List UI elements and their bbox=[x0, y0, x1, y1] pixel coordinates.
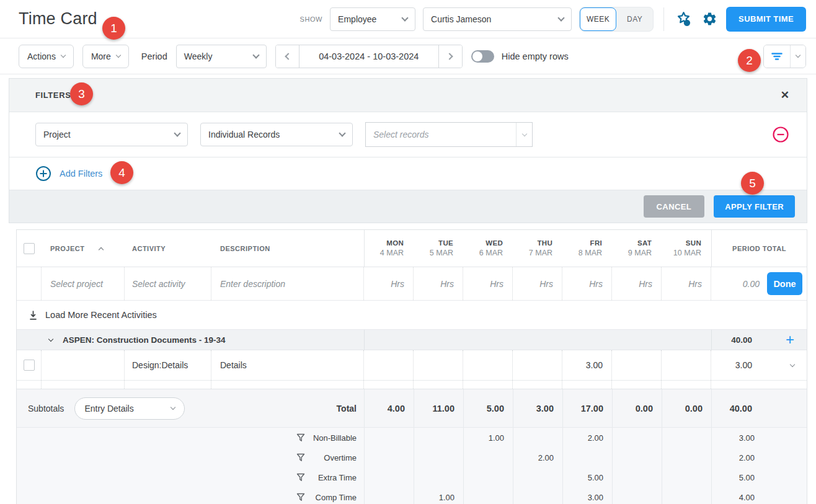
group-toggle[interactable]: ASPEN: Construction Documents - 19-34 bbox=[17, 335, 364, 345]
more-button[interactable]: More bbox=[82, 45, 129, 68]
hours-input-tue[interactable]: Hrs bbox=[414, 267, 463, 300]
breakdown-cell: 3.00 bbox=[562, 487, 612, 504]
callout-badge-3: 3 bbox=[70, 82, 93, 105]
combobox-dropdown-button[interactable] bbox=[516, 123, 532, 146]
hours-input-wed[interactable]: Hrs bbox=[463, 267, 513, 300]
select-records-combobox[interactable]: Select records bbox=[365, 122, 533, 147]
filter-funnel-icon[interactable] bbox=[296, 473, 305, 484]
done-button[interactable]: Done bbox=[767, 272, 802, 295]
add-filters-link[interactable]: Add Filters bbox=[60, 169, 102, 179]
period-select[interactable]: Weekly bbox=[176, 45, 267, 68]
column-day-tue: TUE5 MAR bbox=[414, 230, 463, 267]
chevron-down-icon bbox=[171, 405, 175, 410]
column-day-sun: SUN10 MAR bbox=[662, 230, 711, 267]
hours-input-sun[interactable]: Hrs bbox=[662, 267, 711, 300]
breakdown-cell: 1.00 bbox=[463, 428, 513, 448]
chevron-down-icon bbox=[252, 51, 259, 58]
detail-hours-thu[interactable] bbox=[513, 350, 562, 380]
cancel-button[interactable]: CANCEL bbox=[644, 195, 705, 218]
plus-circle-icon[interactable] bbox=[35, 166, 51, 182]
activity-input[interactable]: Select activity bbox=[125, 267, 211, 300]
breakdown-cell bbox=[612, 487, 662, 504]
detail-hours-wed[interactable] bbox=[463, 350, 513, 380]
breakdown-label: Extra Time bbox=[318, 473, 357, 482]
breakdown-cell bbox=[364, 467, 414, 487]
chevron-down-icon bbox=[61, 53, 66, 58]
week-day-toggle: WEEK DAY bbox=[579, 7, 654, 32]
detail-hours-fri[interactable]: 3.00 bbox=[562, 350, 612, 380]
filter-field-value: Project bbox=[43, 130, 71, 139]
detail-activity[interactable]: Design:Details bbox=[125, 350, 211, 380]
breakdown-cell bbox=[513, 428, 562, 448]
show-mode-select[interactable]: Employee bbox=[330, 7, 415, 31]
filter-condition-row: Project Individual Records Select record… bbox=[9, 112, 807, 157]
hide-empty-rows-toggle[interactable] bbox=[471, 50, 494, 63]
filter-button[interactable] bbox=[764, 45, 790, 68]
filter-menu-button[interactable] bbox=[790, 45, 805, 68]
detail-hours-sun[interactable] bbox=[662, 350, 711, 380]
close-icon[interactable]: ✕ bbox=[781, 89, 789, 102]
detail-hours-mon[interactable] bbox=[364, 350, 414, 380]
project-input[interactable]: Select project bbox=[42, 267, 125, 300]
breakdown-cell bbox=[662, 467, 711, 487]
column-activity[interactable]: ACTIVITY bbox=[125, 245, 211, 252]
breakdown-label: Overtime bbox=[324, 453, 357, 462]
week-tab[interactable]: WEEK bbox=[580, 7, 616, 31]
filter-field-select[interactable]: Project bbox=[35, 123, 188, 146]
filter-funnel-icon[interactable] bbox=[296, 433, 305, 444]
breakdown-label: Comp Time bbox=[316, 493, 357, 502]
detail-total-cell: 3.00 bbox=[711, 350, 807, 380]
filter-match-select[interactable]: Individual Records bbox=[200, 123, 353, 146]
row-checkbox[interactable] bbox=[24, 360, 35, 371]
period-label: Period bbox=[141, 51, 167, 61]
column-description[interactable]: DESCRIPTION bbox=[211, 245, 364, 252]
remove-filter-button[interactable] bbox=[772, 126, 789, 143]
time-card-table: PROJECT ACTIVITY DESCRIPTION MON4 MAR TU… bbox=[16, 229, 807, 504]
filter-match-value: Individual Records bbox=[208, 130, 280, 139]
employee-select[interactable]: Curtis Jameson bbox=[423, 7, 572, 31]
breakdown-cell: 2.00 bbox=[562, 428, 612, 448]
chevron-down-icon bbox=[796, 53, 800, 58]
breakdown-row-overtime: Overtime 2.00 2.00 bbox=[17, 448, 807, 467]
next-period-button[interactable] bbox=[438, 45, 462, 68]
detail-hours-tue[interactable] bbox=[414, 350, 463, 380]
chevron-right-icon bbox=[446, 53, 453, 60]
select-records-placeholder: Select records bbox=[366, 123, 516, 146]
settings-gear-icon[interactable] bbox=[700, 10, 719, 29]
show-mode-value: Employee bbox=[338, 14, 376, 24]
subtotals-mode-select[interactable]: Entry Details bbox=[74, 397, 185, 420]
filter-funnel-icon[interactable] bbox=[296, 453, 305, 464]
breakdown-cell bbox=[662, 428, 711, 448]
chevron-down-icon bbox=[116, 53, 121, 58]
breakdown-total: 5.00 bbox=[711, 467, 807, 487]
previous-period-button[interactable] bbox=[276, 45, 299, 68]
select-all-checkbox[interactable] bbox=[24, 243, 35, 254]
day-tab[interactable]: DAY bbox=[616, 7, 653, 31]
breakdown-total: 2.00 bbox=[711, 448, 807, 467]
filter-funnel-icon[interactable] bbox=[296, 493, 305, 503]
breakdown-cell: 5.00 bbox=[562, 467, 612, 487]
hours-input-thu[interactable]: Hrs bbox=[513, 267, 562, 300]
apply-filter-button[interactable]: APPLY FILTER bbox=[714, 195, 795, 218]
detail-hours-sat[interactable] bbox=[612, 350, 662, 380]
hours-input-fri[interactable]: Hrs bbox=[562, 267, 612, 300]
callout-badge-1: 1 bbox=[102, 17, 125, 40]
breakdown-cell bbox=[562, 448, 612, 467]
hours-input-sat[interactable]: Hrs bbox=[612, 267, 662, 300]
project-group-row: ASPEN: Construction Documents - 19-34 40… bbox=[17, 330, 807, 350]
hours-input-mon[interactable]: Hrs bbox=[364, 267, 414, 300]
add-entry-icon[interactable]: + bbox=[786, 332, 794, 347]
row-checkbox-cell bbox=[17, 350, 42, 380]
date-range-button[interactable]: 04-03-2024 - 10-03-2024 bbox=[299, 45, 438, 68]
column-project[interactable]: PROJECT bbox=[42, 245, 125, 252]
description-input[interactable]: Enter description bbox=[211, 267, 364, 300]
total-label: Total bbox=[211, 389, 364, 427]
row-expand-button[interactable] bbox=[791, 365, 794, 366]
date-navigator: 04-03-2024 - 10-03-2024 bbox=[275, 45, 463, 68]
entry-checkbox-cell bbox=[17, 267, 42, 300]
actions-button[interactable]: Actions bbox=[19, 45, 74, 68]
detail-description[interactable]: Details bbox=[211, 350, 364, 380]
load-more-activities[interactable]: Load More Recent Activities bbox=[17, 301, 807, 330]
favorites-star-icon[interactable] bbox=[674, 10, 693, 29]
submit-time-button[interactable]: SUBMIT TIME bbox=[726, 7, 806, 32]
